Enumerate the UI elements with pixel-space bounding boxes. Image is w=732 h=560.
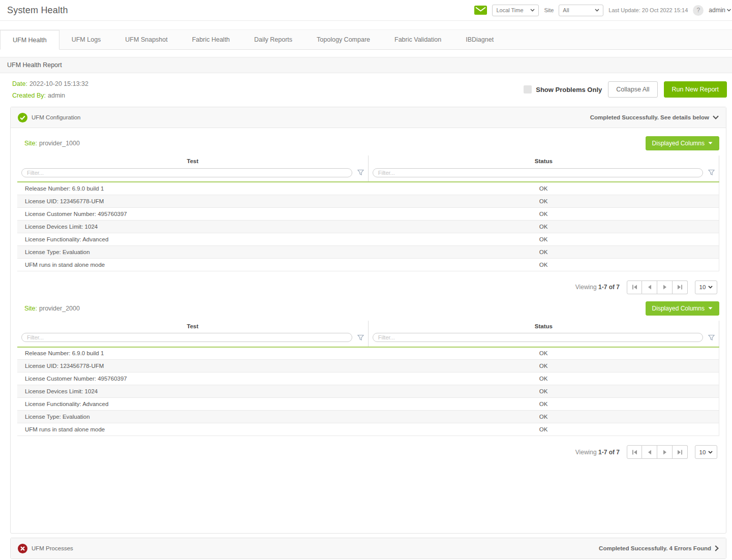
caret-down-icon	[530, 9, 535, 12]
show-problems-label: Show Problems Only	[536, 86, 602, 94]
panel-bottom-spacer	[17, 462, 719, 527]
ufm-configuration-panel-header[interactable]: UFM Configuration Completed Successfully…	[11, 107, 726, 128]
test-cell: License UID: 123456778-UFM	[17, 360, 368, 372]
pager-buttons	[627, 281, 688, 294]
page-size-value: 10	[699, 449, 706, 455]
ufm-configuration-panel-body: Site:provider_1000 Displayed Columns Tes…	[11, 128, 726, 533]
ufm-configuration-panel: UFM Configuration Completed Successfully…	[10, 107, 726, 534]
filter-funnel-icon[interactable]	[357, 169, 364, 176]
next-page-button[interactable]	[657, 281, 673, 294]
displayed-columns-button[interactable]: Displayed Columns	[646, 136, 719, 150]
last-page-button[interactable]	[673, 281, 688, 294]
panel-status: Completed Successfully. See details belo…	[590, 114, 719, 120]
filter-funnel-icon[interactable]	[708, 169, 715, 176]
filter-funnel-icon[interactable]	[708, 334, 715, 341]
test-cell: License Functionality: Advanced	[17, 398, 368, 411]
column-header-test[interactable]: Test	[17, 321, 368, 332]
page-title: System Health	[7, 5, 68, 16]
time-select-value: Local Time	[496, 7, 523, 13]
site-select[interactable]: All	[559, 5, 603, 16]
displayed-columns-label: Displayed Columns	[652, 140, 705, 147]
tab-ibdiagnet[interactable]: IBDiagnet	[453, 30, 506, 49]
chevron-down-icon[interactable]	[713, 115, 719, 119]
column-header-test[interactable]: Test	[17, 155, 368, 167]
table-row: License Type: EvaluationOK	[17, 411, 719, 423]
site-label: Site	[544, 7, 554, 13]
tab-ufm-snapshot[interactable]: UFM Snapshot	[113, 30, 179, 49]
table-row: License Customer Number: 495760397OK	[17, 372, 719, 385]
site-name: provider_2000	[39, 305, 80, 312]
test-cell: UFM runs in stand alone mode	[17, 423, 368, 436]
status-filter-input[interactable]	[373, 168, 703, 177]
tab-ufm-logs[interactable]: UFM Logs	[59, 30, 113, 49]
panel-title: UFM Processes	[32, 545, 73, 551]
test-cell: Release Number: 6.9.0 build 1	[17, 347, 368, 360]
collapse-all-button[interactable]: Collapse All	[608, 81, 657, 98]
caret-down-icon	[708, 451, 713, 454]
tab-daily-reports[interactable]: Daily Reports	[242, 30, 304, 49]
page-size-select[interactable]: 10	[695, 281, 717, 294]
caret-down-icon	[708, 286, 713, 289]
pagination: Viewing 1-7 of 7 10	[17, 281, 717, 294]
site-kv: Site:provider_2000	[24, 305, 80, 312]
filter-funnel-icon[interactable]	[357, 334, 364, 341]
last-page-button[interactable]	[673, 445, 688, 459]
status-filter-input[interactable]	[373, 333, 703, 342]
status-cell: OK	[368, 220, 719, 233]
help-icon[interactable]: ?	[693, 5, 704, 16]
first-page-button[interactable]	[627, 445, 642, 459]
table-row: License UID: 123456778-UFMOK	[17, 360, 719, 372]
user-menu[interactable]: admin	[709, 7, 731, 14]
column-header-status[interactable]: Status	[368, 321, 719, 332]
viewing-text: Viewing 1-7 of 7	[575, 449, 620, 456]
test-cell: Release Number: 6.9.0 build 1	[17, 182, 368, 195]
run-new-report-button[interactable]: Run New Report	[664, 81, 727, 98]
test-filter-input[interactable]	[21, 333, 352, 342]
table-row: License Type: EvaluationOK	[17, 245, 719, 258]
displayed-columns-button[interactable]: Displayed Columns	[646, 301, 719, 316]
status-cell: OK	[368, 207, 719, 220]
site-label: Site:	[24, 305, 37, 312]
first-page-button[interactable]	[627, 281, 642, 294]
next-page-button[interactable]	[657, 445, 673, 459]
table-row: License Customer Number: 495760397OK	[17, 207, 719, 220]
panel-title: UFM Configuration	[32, 114, 81, 120]
status-cell: OK	[368, 385, 719, 398]
displayed-columns-label: Displayed Columns	[652, 305, 705, 312]
table-row: Release Number: 6.9.0 build 1OK	[17, 182, 719, 195]
check-circle-icon	[18, 113, 27, 122]
page: System Health Local Time Site All Last U…	[0, 0, 732, 560]
page-size-select[interactable]: 10	[695, 445, 717, 459]
site-name: provider_1000	[39, 140, 80, 147]
top-bar: System Health Local Time Site All Last U…	[0, 0, 732, 21]
ufm-processes-panel-header[interactable]: UFM Processes Completed Successfully. 4 …	[11, 538, 726, 558]
previous-page-button[interactable]	[642, 445, 657, 459]
report-section-title: UFM Health Report	[7, 61, 62, 69]
table-row: License Devices Limit: 1024OK	[17, 385, 719, 398]
tab-topology-compare[interactable]: Topology Compare	[304, 30, 382, 49]
previous-page-button[interactable]	[642, 281, 657, 294]
chevron-right-icon[interactable]	[715, 545, 719, 551]
table-row: License UID: 123456778-UFMOK	[17, 195, 719, 207]
tab-fabric-validation[interactable]: Fabric Validation	[382, 30, 453, 49]
table-row: Release Number: 6.9.0 build 1OK	[17, 347, 719, 360]
test-filter-input[interactable]	[21, 168, 352, 177]
tab-fabric-health[interactable]: Fabric Health	[180, 30, 242, 49]
report-meta: Date:2022-10-20 15:13:32 Created By:admi…	[12, 80, 88, 104]
panel-header-left: UFM Configuration	[18, 113, 81, 122]
created-by-label: Created By:	[12, 92, 46, 99]
status-cell: OK	[368, 360, 719, 372]
show-problems-checkbox[interactable]	[524, 85, 532, 94]
column-header-status[interactable]: Status	[368, 155, 719, 167]
site-row: Site:provider_2000 Displayed Columns	[24, 301, 719, 316]
mail-icon[interactable]	[474, 6, 487, 15]
time-select[interactable]: Local Time	[492, 5, 539, 16]
tab-ufm-health[interactable]: UFM Health	[0, 30, 59, 50]
test-cell: License Devices Limit: 1024	[17, 385, 368, 398]
test-cell: License Functionality: Advanced	[17, 233, 368, 245]
status-filter	[373, 333, 715, 342]
test-cell: License Devices Limit: 1024	[17, 220, 368, 233]
ufm-processes-panel: UFM Processes Completed Successfully. 4 …	[10, 538, 726, 559]
status-cell: OK	[368, 233, 719, 245]
table-row: License Functionality: AdvancedOK	[17, 233, 719, 245]
